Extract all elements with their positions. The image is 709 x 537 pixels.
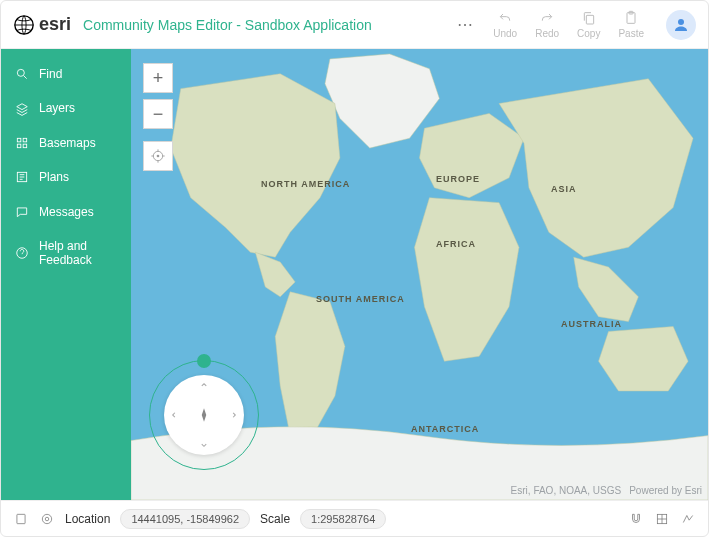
location-label: Location [65,512,110,526]
user-avatar[interactable] [666,10,696,40]
search-icon [15,67,29,81]
map-attribution: Esri, FAO, NOAA, USGS Powered by Esri [511,485,702,496]
label-europe: EUROPE [436,174,480,185]
svg-rect-7 [23,138,27,142]
messages-icon [15,205,29,219]
map-viewport[interactable]: NORTH AMERICA SOUTH AMERICA EUROPE AFRIC… [131,49,708,500]
svg-point-4 [678,19,684,25]
status-constraints-button[interactable] [680,511,696,527]
scale-label: Scale [260,512,290,526]
svg-rect-1 [586,15,593,24]
sidebar-item-basemaps[interactable]: Basemaps [1,126,131,160]
status-snap-button[interactable] [628,511,644,527]
user-icon [672,16,690,34]
brand-text: esri [39,14,71,35]
svg-rect-9 [23,144,27,148]
nav-right-arrow[interactable]: ⌃ [224,410,238,420]
paste-button[interactable]: Paste [618,10,644,39]
more-button[interactable]: ⋯ [449,15,481,34]
location-value[interactable]: 14441095, -15849962 [120,509,250,529]
label-africa: AFRICA [436,239,476,250]
plans-icon [15,170,29,184]
copy-button[interactable]: Copy [577,10,600,39]
sidebar-item-help[interactable]: Help and Feedback [1,229,131,278]
nav-left-arrow[interactable]: ⌃ [170,410,184,420]
locate-icon [150,148,166,164]
undo-button[interactable]: Undo [493,10,517,39]
toolbar-actions: Undo Redo Copy Paste [493,10,644,39]
sidebar-item-plans[interactable]: Plans [1,160,131,194]
paste-icon [623,10,639,26]
undo-icon [497,10,513,26]
globe-icon [13,14,35,36]
locate-button[interactable] [143,141,173,171]
svg-rect-15 [17,514,25,523]
basemaps-icon [15,136,29,150]
svg-point-5 [17,70,24,77]
sidebar-item-find[interactable]: Find [1,57,131,91]
nav-down-arrow[interactable]: ⌃ [199,435,209,449]
navigator-rotation-knob[interactable] [197,354,211,368]
sidebar-item-layers[interactable]: Layers [1,91,131,125]
status-tool-1[interactable] [13,511,29,527]
sidebar: Find Layers Basemaps Plans Messages Help… [1,49,131,500]
topbar: esri Community Maps Editor - Sandbox App… [1,1,708,49]
layers-icon [15,102,29,116]
zoom-controls: + − [143,63,173,171]
svg-rect-6 [17,138,21,142]
zoom-in-button[interactable]: + [143,63,173,93]
statusbar: Location 14441095, -15849962 Scale 1:295… [1,500,708,536]
main-area: Find Layers Basemaps Plans Messages Help… [1,49,708,500]
compass-icon [195,406,213,424]
redo-icon [539,10,555,26]
esri-logo: esri [13,14,71,36]
status-tool-2[interactable] [39,511,55,527]
label-australia: AUSTRALIA [561,319,622,330]
status-grid-button[interactable] [654,511,670,527]
label-south-america: SOUTH AMERICA [316,294,405,305]
app-title: Community Maps Editor - Sandbox Applicat… [83,17,372,33]
label-antarctica: ANTARCTICA [411,424,479,435]
svg-point-17 [45,517,49,521]
scale-value[interactable]: 1:295828764 [300,509,386,529]
zoom-out-button[interactable]: − [143,99,173,129]
svg-point-16 [42,514,51,523]
redo-button[interactable]: Redo [535,10,559,39]
navigator-widget[interactable]: ⌃ ⌃ ⌃ ⌃ [149,360,259,470]
nav-up-arrow[interactable]: ⌃ [199,381,209,395]
copy-icon [581,10,597,26]
help-icon [15,246,29,260]
label-north-america: NORTH AMERICA [261,179,350,190]
label-asia: ASIA [551,184,577,195]
svg-point-14 [157,155,160,158]
svg-rect-8 [17,144,21,148]
sidebar-item-messages[interactable]: Messages [1,195,131,229]
